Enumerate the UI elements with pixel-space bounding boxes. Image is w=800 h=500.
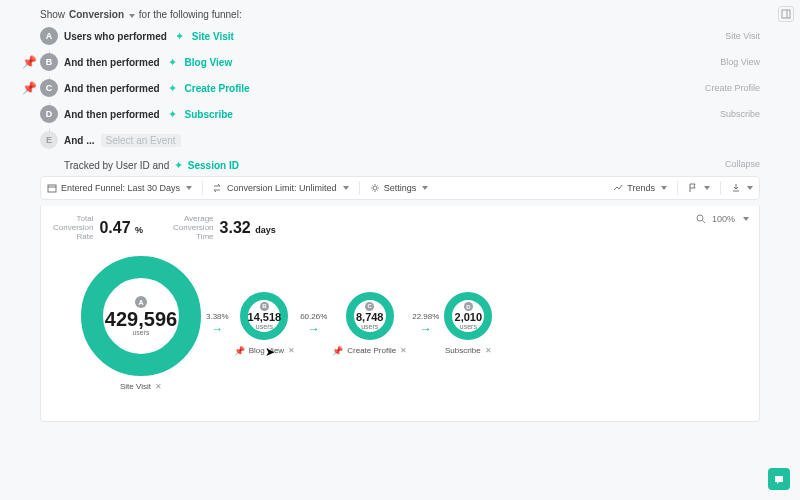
step-text-c: And then performed: [64, 83, 160, 94]
step-right-c: Create Profile: [705, 83, 760, 93]
pin-icon[interactable]: 📌: [22, 55, 37, 69]
chevron-down-icon: [422, 186, 428, 190]
node-tag: D: [464, 302, 473, 311]
step-right-d: Subscribe: [720, 109, 760, 119]
pct-ab: 3.38%→: [206, 312, 229, 336]
select-event-input[interactable]: Select an Event: [101, 134, 181, 147]
show-row: Show Conversion for the following funnel…: [40, 6, 760, 23]
tracked-session[interactable]: Session ID: [188, 160, 239, 171]
pct-cd: 22.98%→: [412, 312, 439, 336]
divider: [202, 181, 203, 195]
spark-icon: ✦: [175, 30, 184, 43]
step-letter-c: C: [40, 79, 58, 97]
close-icon[interactable]: ✕: [288, 346, 295, 355]
tracked-row: Tracked by User ID and ✦ Session ID Coll…: [40, 153, 760, 176]
svg-point-4: [373, 186, 377, 190]
chevron-down-icon: [343, 186, 349, 190]
step-right-a: Site Visit: [725, 31, 760, 41]
zoom-pct: 100%: [712, 214, 735, 224]
node-unit: users: [256, 323, 273, 330]
svg-rect-2: [48, 185, 56, 192]
node-unit: users: [132, 329, 149, 336]
node-unit: users: [460, 323, 477, 330]
step-event-c[interactable]: Create Profile: [185, 83, 250, 94]
divider: [720, 181, 721, 195]
toolbar: Entered Funnel: Last 30 Days Conversion …: [40, 176, 760, 200]
swap-icon: [213, 183, 223, 193]
download-button[interactable]: [731, 183, 753, 193]
pin-icon[interactable]: 📌: [332, 346, 343, 356]
node-tag: A: [135, 296, 147, 308]
show-suffix: for the following funnel:: [139, 9, 242, 20]
svg-line-6: [702, 221, 705, 224]
arrow-right-icon: →: [420, 322, 432, 336]
chevron-down-icon: [661, 186, 667, 190]
settings-dropdown[interactable]: Settings: [370, 183, 429, 193]
chevron-down-icon: [186, 186, 192, 190]
node-caption: Create Profile: [347, 346, 396, 355]
step-event-d[interactable]: Subscribe: [185, 109, 233, 120]
chevron-down-icon: [743, 217, 749, 221]
divider: [359, 181, 360, 195]
conversion-limit-dropdown[interactable]: Conversion Limit: Unlimited: [213, 183, 349, 193]
funnel-canvas: TotalConversionRate 0.47 % AverageConver…: [40, 206, 760, 422]
stat-conversion-time: AverageConversionTime 3.32 days: [173, 214, 276, 241]
step-text-b: And then performed: [64, 57, 160, 68]
close-icon[interactable]: ✕: [155, 382, 162, 391]
node-a[interactable]: A 429,596 users Site Visit ✕: [81, 256, 201, 391]
collapse-button[interactable]: Collapse: [725, 159, 760, 169]
close-icon[interactable]: ✕: [485, 346, 492, 355]
chevron-down-icon: [747, 186, 753, 190]
arrow-right-icon: →: [308, 322, 320, 336]
calendar-icon: [47, 183, 57, 193]
zoom-control[interactable]: 100%: [696, 214, 749, 224]
pct-bc: 60.26%→: [300, 312, 327, 336]
flag-button[interactable]: [688, 183, 710, 193]
step-row-c: 📌 C And then performed ✦ Create Profile …: [40, 75, 760, 101]
svg-rect-0: [782, 10, 790, 18]
step-row-a: A Users who performed ✦ Site Visit Site …: [40, 23, 760, 49]
stats-block: TotalConversionRate 0.47 % AverageConver…: [53, 214, 276, 241]
node-tag: C: [365, 302, 374, 311]
show-label: Show: [40, 9, 65, 20]
step-right-b: Blog View: [720, 57, 760, 67]
step-row-e: E And ... Select an Event: [40, 127, 760, 153]
close-icon[interactable]: ✕: [400, 346, 407, 355]
help-fab[interactable]: [768, 468, 790, 490]
node-c[interactable]: C 8,748 users 📌Create Profile ✕: [332, 292, 407, 356]
date-range-dropdown[interactable]: Entered Funnel: Last 30 Days: [47, 183, 192, 193]
step-text-a: Users who performed: [64, 31, 167, 42]
node-caption: Site Visit: [120, 382, 151, 391]
step-text-d: And then performed: [64, 109, 160, 120]
step-letter-e: E: [40, 131, 58, 149]
trends-dropdown[interactable]: Trends: [613, 183, 667, 193]
conversion-dropdown[interactable]: Conversion: [69, 9, 135, 20]
node-tag: B: [260, 302, 269, 311]
trend-icon: [613, 183, 623, 193]
chevron-down-icon: [129, 14, 135, 18]
step-row-b: 📌 B And then performed ✦ Blog View Blog …: [40, 49, 760, 75]
spark-icon: ✦: [168, 82, 177, 95]
node-value: 14,518: [248, 312, 282, 323]
pin-icon[interactable]: 📌: [22, 81, 37, 95]
search-icon: [696, 214, 706, 224]
download-icon: [731, 183, 741, 193]
step-event-a[interactable]: Site Visit: [192, 31, 234, 42]
node-value: 8,748: [356, 312, 384, 323]
node-d[interactable]: D 2,010 users Subscribe ✕: [444, 292, 492, 355]
gear-icon: [370, 183, 380, 193]
step-row-d: D And then performed ✦ Subscribe Subscri…: [40, 101, 760, 127]
step-text-e: And ...: [64, 135, 95, 146]
panel-toggle[interactable]: [778, 6, 794, 22]
funnel-viz: A 429,596 users Site Visit ✕ 3.38%→ B 14…: [81, 256, 492, 391]
spark-icon: ✦: [168, 108, 177, 121]
divider: [677, 181, 678, 195]
step-event-b[interactable]: Blog View: [185, 57, 233, 68]
node-value: 429,596: [105, 309, 177, 329]
svg-point-5: [697, 215, 703, 221]
flag-icon: [688, 183, 698, 193]
pin-icon[interactable]: 📌: [234, 346, 245, 356]
cursor-icon: ➤: [265, 345, 275, 359]
node-caption: Subscribe: [445, 346, 481, 355]
step-letter-a: A: [40, 27, 58, 45]
